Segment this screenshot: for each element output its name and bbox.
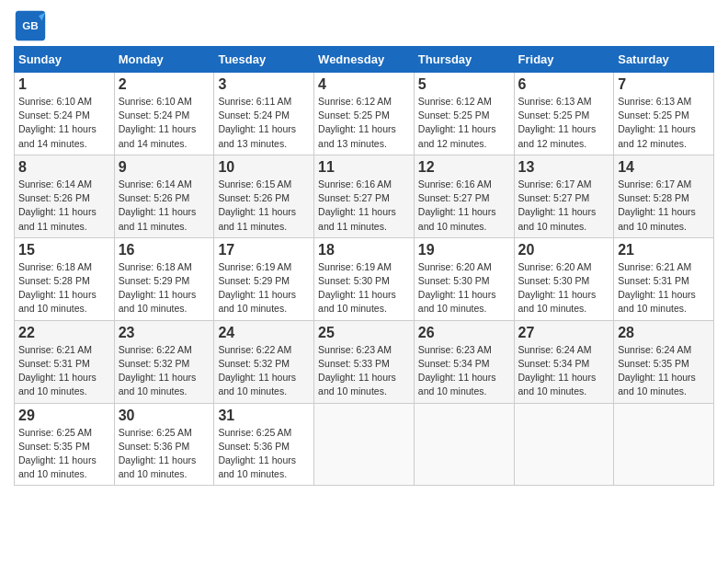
calendar-cell: 3Sunrise: 6:11 AM Sunset: 5:24 PM Daylig… <box>214 73 314 155</box>
calendar-cell: 24Sunrise: 6:22 AM Sunset: 5:32 PM Dayli… <box>214 320 314 403</box>
day-number: 22 <box>18 325 110 341</box>
calendar-week-4: 29Sunrise: 6:25 AM Sunset: 5:35 PM Dayli… <box>15 403 714 486</box>
header-monday: Monday <box>114 47 214 73</box>
day-info: Sunrise: 6:12 AM Sunset: 5:25 PM Dayligh… <box>318 95 410 151</box>
day-info: Sunrise: 6:16 AM Sunset: 5:27 PM Dayligh… <box>418 178 510 234</box>
calendar-cell: 20Sunrise: 6:20 AM Sunset: 5:30 PM Dayli… <box>514 237 614 320</box>
day-number: 25 <box>318 325 410 341</box>
day-number: 5 <box>418 76 510 93</box>
day-info: Sunrise: 6:17 AM Sunset: 5:28 PM Dayligh… <box>618 178 710 234</box>
day-number: 21 <box>618 242 710 259</box>
day-info: Sunrise: 6:20 AM Sunset: 5:30 PM Dayligh… <box>518 260 610 316</box>
calendar-cell: 13Sunrise: 6:17 AM Sunset: 5:27 PM Dayli… <box>514 155 614 237</box>
day-number: 27 <box>518 325 610 341</box>
page-header: GB <box>14 9 714 42</box>
calendar-cell: 21Sunrise: 6:21 AM Sunset: 5:31 PM Dayli… <box>614 237 714 320</box>
day-number: 6 <box>518 76 610 93</box>
calendar-table: SundayMondayTuesdayWednesdayThursdayFrid… <box>14 46 714 486</box>
calendar-week-2: 15Sunrise: 6:18 AM Sunset: 5:28 PM Dayli… <box>15 237 714 320</box>
day-info: Sunrise: 6:23 AM Sunset: 5:33 PM Dayligh… <box>318 343 410 399</box>
calendar-cell: 22Sunrise: 6:21 AM Sunset: 5:31 PM Dayli… <box>15 320 115 403</box>
day-info: Sunrise: 6:24 AM Sunset: 5:34 PM Dayligh… <box>518 343 610 399</box>
day-info: Sunrise: 6:19 AM Sunset: 5:29 PM Dayligh… <box>218 260 310 316</box>
header-tuesday: Tuesday <box>214 47 314 73</box>
calendar-cell: 26Sunrise: 6:23 AM Sunset: 5:34 PM Dayli… <box>414 320 514 403</box>
day-number: 17 <box>218 242 310 259</box>
day-info: Sunrise: 6:21 AM Sunset: 5:31 PM Dayligh… <box>18 343 110 399</box>
calendar-cell: 23Sunrise: 6:22 AM Sunset: 5:32 PM Dayli… <box>114 320 214 403</box>
calendar-cell: 27Sunrise: 6:24 AM Sunset: 5:34 PM Dayli… <box>514 320 614 403</box>
day-info: Sunrise: 6:10 AM Sunset: 5:24 PM Dayligh… <box>119 95 210 151</box>
calendar-cell <box>614 403 714 486</box>
header-sunday: Sunday <box>15 47 115 73</box>
calendar-header-row: SundayMondayTuesdayWednesdayThursdayFrid… <box>15 47 714 73</box>
calendar-cell: 11Sunrise: 6:16 AM Sunset: 5:27 PM Dayli… <box>314 155 415 237</box>
calendar-cell: 9Sunrise: 6:14 AM Sunset: 5:26 PM Daylig… <box>114 155 214 237</box>
day-number: 26 <box>418 325 510 341</box>
calendar-cell: 15Sunrise: 6:18 AM Sunset: 5:28 PM Dayli… <box>15 237 115 320</box>
day-info: Sunrise: 6:13 AM Sunset: 5:25 PM Dayligh… <box>518 95 610 151</box>
day-number: 9 <box>119 159 210 176</box>
calendar-cell: 7Sunrise: 6:13 AM Sunset: 5:25 PM Daylig… <box>614 73 714 155</box>
calendar-cell: 12Sunrise: 6:16 AM Sunset: 5:27 PM Dayli… <box>414 155 514 237</box>
day-info: Sunrise: 6:25 AM Sunset: 5:36 PM Dayligh… <box>218 426 310 482</box>
day-number: 31 <box>218 408 310 424</box>
day-info: Sunrise: 6:21 AM Sunset: 5:31 PM Dayligh… <box>618 260 710 316</box>
day-info: Sunrise: 6:11 AM Sunset: 5:24 PM Dayligh… <box>218 95 310 151</box>
calendar-cell: 28Sunrise: 6:24 AM Sunset: 5:35 PM Dayli… <box>614 320 714 403</box>
logo: GB <box>14 9 51 42</box>
day-number: 13 <box>518 159 610 176</box>
day-number: 2 <box>119 76 210 93</box>
day-info: Sunrise: 6:22 AM Sunset: 5:32 PM Dayligh… <box>119 343 210 399</box>
calendar-cell <box>514 403 614 486</box>
day-number: 8 <box>18 159 110 176</box>
calendar-cell: 8Sunrise: 6:14 AM Sunset: 5:26 PM Daylig… <box>15 155 115 237</box>
day-number: 1 <box>18 76 110 93</box>
calendar-cell: 16Sunrise: 6:18 AM Sunset: 5:29 PM Dayli… <box>114 237 214 320</box>
day-number: 7 <box>618 76 710 93</box>
header-saturday: Saturday <box>614 47 714 73</box>
calendar-cell: 30Sunrise: 6:25 AM Sunset: 5:36 PM Dayli… <box>114 403 214 486</box>
day-number: 29 <box>18 408 110 424</box>
calendar-cell <box>414 403 514 486</box>
calendar-cell: 25Sunrise: 6:23 AM Sunset: 5:33 PM Dayli… <box>314 320 415 403</box>
day-info: Sunrise: 6:25 AM Sunset: 5:36 PM Dayligh… <box>119 426 210 482</box>
day-info: Sunrise: 6:10 AM Sunset: 5:24 PM Dayligh… <box>18 95 110 151</box>
day-info: Sunrise: 6:22 AM Sunset: 5:32 PM Dayligh… <box>218 343 310 399</box>
calendar-cell: 4Sunrise: 6:12 AM Sunset: 5:25 PM Daylig… <box>314 73 415 155</box>
day-info: Sunrise: 6:17 AM Sunset: 5:27 PM Dayligh… <box>518 178 610 234</box>
day-info: Sunrise: 6:13 AM Sunset: 5:25 PM Dayligh… <box>618 95 710 151</box>
day-number: 4 <box>318 76 410 93</box>
calendar-cell: 10Sunrise: 6:15 AM Sunset: 5:26 PM Dayli… <box>214 155 314 237</box>
day-number: 3 <box>218 76 310 93</box>
day-info: Sunrise: 6:23 AM Sunset: 5:34 PM Dayligh… <box>418 343 510 399</box>
calendar-cell: 17Sunrise: 6:19 AM Sunset: 5:29 PM Dayli… <box>214 237 314 320</box>
svg-text:GB: GB <box>22 19 39 31</box>
calendar-cell: 6Sunrise: 6:13 AM Sunset: 5:25 PM Daylig… <box>514 73 614 155</box>
calendar-cell: 1Sunrise: 6:10 AM Sunset: 5:24 PM Daylig… <box>15 73 115 155</box>
day-number: 11 <box>318 159 410 176</box>
day-number: 28 <box>618 325 710 341</box>
day-number: 19 <box>418 242 510 259</box>
day-number: 30 <box>119 408 210 424</box>
day-info: Sunrise: 6:20 AM Sunset: 5:30 PM Dayligh… <box>418 260 510 316</box>
day-info: Sunrise: 6:14 AM Sunset: 5:26 PM Dayligh… <box>18 178 110 234</box>
calendar-cell: 31Sunrise: 6:25 AM Sunset: 5:36 PM Dayli… <box>214 403 314 486</box>
calendar-cell: 2Sunrise: 6:10 AM Sunset: 5:24 PM Daylig… <box>114 73 214 155</box>
day-info: Sunrise: 6:18 AM Sunset: 5:28 PM Dayligh… <box>18 260 110 316</box>
day-info: Sunrise: 6:15 AM Sunset: 5:26 PM Dayligh… <box>218 178 310 234</box>
header-friday: Friday <box>514 47 614 73</box>
day-info: Sunrise: 6:19 AM Sunset: 5:30 PM Dayligh… <box>318 260 410 316</box>
day-number: 12 <box>418 159 510 176</box>
day-info: Sunrise: 6:18 AM Sunset: 5:29 PM Dayligh… <box>119 260 210 316</box>
day-info: Sunrise: 6:12 AM Sunset: 5:25 PM Dayligh… <box>418 95 510 151</box>
calendar-cell <box>314 403 415 486</box>
calendar-week-0: 1Sunrise: 6:10 AM Sunset: 5:24 PM Daylig… <box>15 73 714 155</box>
day-number: 20 <box>518 242 610 259</box>
day-number: 23 <box>119 325 210 341</box>
day-number: 14 <box>618 159 710 176</box>
calendar-cell: 5Sunrise: 6:12 AM Sunset: 5:25 PM Daylig… <box>414 73 514 155</box>
day-info: Sunrise: 6:24 AM Sunset: 5:35 PM Dayligh… <box>618 343 710 399</box>
day-info: Sunrise: 6:16 AM Sunset: 5:27 PM Dayligh… <box>318 178 410 234</box>
day-number: 15 <box>18 242 110 259</box>
